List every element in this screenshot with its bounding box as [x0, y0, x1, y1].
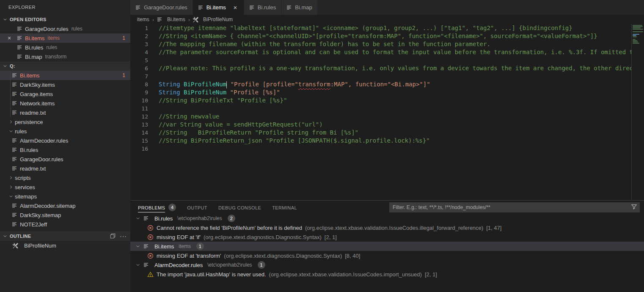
file-icon — [12, 138, 17, 143]
line-number: 16 — [130, 145, 148, 153]
panel-tab-problems[interactable]: PROBLEMS4 — [138, 202, 176, 212]
file-icon — [286, 5, 292, 10]
tree-item-bi-items[interactable]: Bi.items1 — [0, 71, 130, 80]
open-editor-item-bi-rules[interactable]: Bi.rulesrules — [0, 43, 130, 52]
open-editor-item-garagedoor-rules[interactable]: GarageDoor.rulesrules — [0, 24, 130, 33]
code-line-9[interactable]: 9String BiProfileNum "Profile [%s]" — [130, 88, 644, 96]
problem-item[interactable]: The import 'java.util.HashMap' is never … — [130, 270, 644, 279]
open-editor-item-bi-items[interactable]: ×Bi.itemsitems1 — [0, 33, 130, 43]
code-line-12[interactable]: 12//String newvalue — [130, 113, 644, 121]
filter-icon[interactable] — [631, 204, 637, 211]
tree-item-rules[interactable]: rules — [0, 127, 130, 136]
problem-item[interactable]: Cannot reference the field 'BiProfileNum… — [130, 223, 644, 232]
close-icon[interactable]: × — [8, 35, 17, 41]
outline-item-biprofilenum[interactable]: BiProfileNum — [0, 241, 130, 250]
editor-area: GarageDoor.rulesBi.items×Bi.rulesBi.map … — [130, 0, 644, 200]
code-line-6[interactable]: 6//Please note: This profile is a one-wa… — [130, 64, 644, 72]
outline-label: OUTLINE — [10, 234, 31, 239]
file-icon — [135, 5, 141, 10]
explorer-sidebar: EXPLORER OPEN EDITORS GarageDoor.rulesru… — [0, 0, 130, 292]
panel-tab-terminal[interactable]: TERMINAL — [272, 202, 297, 212]
group-count-badge: 1 — [258, 261, 265, 269]
problem-group-bi-items[interactable]: Bi.itemsitems1 — [130, 242, 644, 251]
panel-tab-output[interactable]: OUTPUT — [187, 202, 207, 212]
code-line-4[interactable]: 4//The parameter sourceFormat is optiona… — [130, 48, 644, 56]
code-line-7[interactable]: 7 — [130, 72, 644, 80]
tree-item-alarmdecoder-rules[interactable]: AlarmDecoder.rules — [0, 136, 130, 145]
error-icon — [147, 234, 154, 240]
tree-item-sitemaps[interactable]: sitemaps — [0, 192, 130, 201]
line-number: 13 — [130, 121, 148, 129]
code-line-2[interactable]: 2//String <itemName> { channel="<channel… — [130, 32, 644, 40]
tree-item-readme-txt[interactable]: readme.txt — [0, 108, 130, 117]
tree-item-scripts[interactable]: scripts — [0, 173, 130, 182]
tab-garagedoor-rules[interactable]: GarageDoor.rules — [130, 0, 193, 15]
tab-bi-rules[interactable]: Bi.rules — [244, 0, 281, 15]
file-icon — [143, 262, 149, 268]
tree-item-garagedoor-rules[interactable]: GarageDoor.rules — [0, 154, 130, 164]
minimap-line — [633, 44, 644, 45]
code-line-1[interactable]: 1//itemtype itemname "labeltext [statefo… — [130, 24, 644, 32]
line-number: 8 — [130, 80, 148, 88]
problem-group-bi-rules[interactable]: Bi.rules\etc\openhab2\rules2 — [130, 214, 644, 223]
breadcrumb-segment-items[interactable]: items — [137, 17, 149, 22]
code-line-5[interactable]: 5 — [130, 56, 644, 64]
tree-item-network-items[interactable]: Network.items — [0, 99, 130, 108]
file-icon — [157, 17, 162, 22]
chevron-right-icon — [8, 174, 14, 181]
file-icon — [143, 216, 149, 221]
open-editors-list: GarageDoor.rulesrules×Bi.itemsitems1Bi.r… — [0, 24, 130, 61]
panel-tab-debug-console[interactable]: DEBUG CONSOLE — [218, 202, 261, 212]
code-editor[interactable]: 1//itemtype itemname "labeltext [statefo… — [130, 24, 644, 200]
tree-item-note2jeff[interactable]: NOTE2Jeff — [0, 220, 130, 229]
tree-item-readme-txt[interactable]: readme.txt — [0, 164, 130, 173]
tree-item-bi-rules[interactable]: Bi.rules — [0, 145, 130, 154]
tab-bi-map[interactable]: Bi.map — [281, 0, 317, 15]
code-line-3[interactable]: 3//The mapping filename (within the tran… — [130, 40, 644, 48]
tab-bar: GarageDoor.rulesBi.items×Bi.rulesBi.map — [130, 0, 644, 15]
code-line-14[interactable]: 14//String BiProfileReturn "Profile stri… — [130, 129, 644, 137]
tree-item-garage-items[interactable]: Garage.items — [0, 89, 130, 99]
open-editors-header[interactable]: OPEN EDITORS — [0, 15, 130, 24]
tree-item-services[interactable]: services — [0, 182, 130, 192]
open-editors-label: OPEN EDITORS — [10, 17, 47, 22]
chevron-down-icon — [2, 63, 8, 69]
code-line-13[interactable]: 13//var String value = sendHttpGetReques… — [130, 121, 644, 129]
line-number: 7 — [130, 72, 148, 80]
workspace-root-header[interactable]: Q: — [0, 61, 130, 71]
more-actions-icon[interactable]: ··· — [120, 233, 127, 240]
breadcrumb-segment-biprofilenum[interactable]: BiProfileNum — [193, 17, 233, 22]
file-icon — [17, 54, 22, 60]
outline-list: BiProfileNum — [0, 241, 130, 250]
minimap[interactable] — [631, 24, 644, 200]
file-icon — [12, 110, 17, 116]
breadcrumb-segment-bi-items[interactable]: Bi.items — [157, 17, 185, 22]
wrench-icon — [193, 17, 198, 22]
code-line-16[interactable]: 16 — [130, 145, 644, 153]
open-editor-item-bi-map[interactable]: Bi.maptransform — [0, 52, 130, 61]
line-number: 9 — [130, 88, 148, 96]
code-line-15[interactable]: 15//String BiProfileReturn_json "Profile… — [130, 137, 644, 145]
problem-item[interactable]: missing EOF at 'if'(org.eclipse.xtext.di… — [130, 232, 644, 242]
minimap-line — [633, 31, 643, 32]
tree-item-persistence[interactable]: persistence — [0, 117, 130, 127]
tab-bi-items[interactable]: Bi.items× — [193, 0, 244, 15]
filter-input[interactable] — [389, 204, 631, 210]
code-line-10[interactable]: 10//String BiProfileTxt "Profile [%s}" — [130, 96, 644, 105]
collapse-all-icon[interactable] — [110, 233, 116, 240]
close-icon[interactable]: × — [232, 4, 239, 11]
line-number: 5 — [130, 56, 148, 64]
outline-header[interactable]: OUTLINE ··· — [0, 231, 130, 241]
problem-item[interactable]: missing EOF at 'transform'(org.eclipse.x… — [130, 251, 644, 260]
group-count-badge: 2 — [228, 215, 235, 222]
group-count-badge: 1 — [196, 242, 204, 250]
code-line-8[interactable]: 8String BiProfileNum "Profile [profile="… — [130, 80, 644, 88]
problem-group-alarmdecoder-rules[interactable]: AlarmDecoder.rules\etc\openhab2\rules1 — [130, 260, 644, 270]
code-line-11[interactable]: 11 — [130, 105, 644, 113]
tree-item-darksky-items[interactable]: DarkSky.items — [0, 80, 130, 89]
tree-item-alarmdecoder-sitemap[interactable]: AlarmDecoder.sitemap — [0, 201, 130, 210]
file-icon — [12, 222, 17, 227]
chevron-right-icon — [8, 118, 14, 125]
warning-icon — [147, 271, 154, 278]
tree-item-darksky-sitemap[interactable]: DarkSky.sitemap — [0, 210, 130, 220]
